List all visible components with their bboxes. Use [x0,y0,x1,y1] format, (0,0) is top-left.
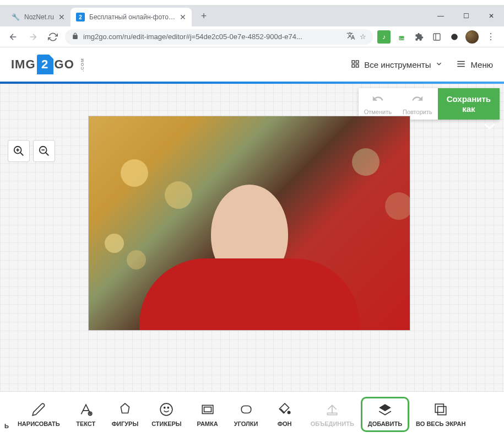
extension-icon[interactable] [448,30,461,44]
menu-label: Меню [470,60,493,69]
frame-icon [200,402,215,417]
text-icon [79,402,93,417]
layers-icon [378,402,392,417]
zoom-out-button[interactable] [33,140,55,162]
corners-icon [239,402,253,417]
svg-rect-5 [352,61,355,63]
tool-label: ФИГУРЫ [112,420,138,427]
chevron-down-icon [435,60,443,69]
tool-corners[interactable]: УГОЛКИ [227,397,265,431]
address-bar[interactable]: img2go.com/ru/edit-image/editor#j=54de2c… [65,29,373,45]
tool-shapes[interactable]: ФИГУРЫ [105,397,145,431]
app-header: IMG 2 GO .COM Все инструменты Меню [0,47,504,82]
tool-stickers[interactable]: СТИКЕРЫ [145,397,188,431]
merge-icon [325,402,339,417]
browser-tab[interactable]: 🔧 NozNet.ru ✕ [6,8,71,26]
svg-rect-7 [352,64,355,67]
all-tools-button[interactable]: Все инструменты [351,60,443,70]
svg-rect-32 [436,404,444,412]
tool-draw[interactable]: НАРИСОВАТЬ [11,397,67,431]
new-tab-button[interactable]: + [196,8,212,24]
tool-label: ФОН [278,420,292,427]
tool-fullscreen[interactable]: ВО ВЕСЬ ЭКРАН [409,397,472,431]
browser-tabs-row: 🔧 NozNet.ru ✕ 2 Бесплатный онлайн-фоторе… [0,6,504,26]
star-icon[interactable]: ☆ [360,33,366,41]
save-label-line2: как [462,104,475,114]
svg-point-29 [288,411,290,413]
close-icon[interactable]: ✕ [58,13,65,21]
svg-rect-33 [438,407,446,415]
smiley-icon [159,402,174,417]
all-tools-label: Все инструменты [364,60,431,69]
tool-frame[interactable]: РАМКА [188,397,227,431]
undo-button[interactable]: Отменить [359,88,397,120]
svg-line-17 [46,153,49,156]
app-logo[interactable]: IMG 2 GO .COM [11,55,89,74]
zoom-in-button[interactable] [8,140,30,162]
svg-marker-31 [379,404,391,411]
svg-rect-28 [241,406,251,413]
tool-background[interactable]: ФОН [265,397,304,431]
reload-button[interactable] [45,29,61,45]
svg-rect-27 [204,407,211,412]
close-icon[interactable]: ✕ [180,13,186,21]
grid-icon [351,60,360,70]
tool-add[interactable]: ДОБАВИТЬ [361,397,409,432]
extension-icon[interactable]: ♪ [377,30,391,44]
profile-avatar[interactable] [465,30,479,44]
lock-icon [72,33,79,41]
save-as-button[interactable]: Сохранить как [438,88,500,120]
tool-label: ТЕКСТ [76,420,95,427]
svg-text:1m: 1m [399,36,404,40]
tab-favicon-icon: 🔧 [11,13,20,21]
svg-line-13 [20,153,24,156]
canvas-image[interactable] [88,116,410,331]
translate-icon[interactable] [346,31,355,42]
svg-point-25 [168,407,169,408]
redo-label: Повторить [403,109,432,115]
redo-icon [411,93,424,107]
tool-merge[interactable]: ОБЪЕДИНИТЬ [304,397,361,431]
extension-icon[interactable]: 1m [395,30,408,44]
paint-bucket-icon [278,402,292,417]
tab-title: Бесплатный онлайн-фоторедак [89,13,175,21]
back-button[interactable] [6,29,21,45]
redo-button[interactable]: Повторить [397,88,438,120]
maximize-button[interactable]: ☐ [453,7,479,25]
tool-label: ДОБАВИТЬ [368,420,402,427]
svg-point-4 [451,34,458,40]
minimize-button[interactable]: — [428,7,453,25]
logo-text: IMG [11,57,36,72]
browser-tab-active[interactable]: 2 Бесплатный онлайн-фоторедак ✕ [71,8,192,26]
reading-list-icon[interactable] [430,30,443,44]
tool-label: РАМКА [197,420,218,427]
zoom-controls [8,140,55,162]
browser-address-row: img2go.com/ru/edit-image/editor#j=54de2c… [0,26,504,47]
fullscreen-icon [433,402,448,417]
extensions-menu-icon[interactable] [413,30,426,44]
editor-top-toolbar: Отменить Повторить Сохранить как [359,88,500,120]
menu-button[interactable]: Меню [456,59,493,71]
browser-menu-button[interactable]: ⋮ [483,29,498,45]
tab-favicon-icon: 2 [76,13,85,21]
forward-button[interactable] [25,29,41,45]
logo-text: GO [55,57,74,72]
logo-badge: 2 [37,55,53,74]
tool-label: ВО ВЕСЬ ЭКРАН [416,420,465,427]
save-label-line1: Сохранить [447,94,491,104]
tool-label: УГОЛКИ [234,420,258,427]
svg-rect-30 [328,413,337,415]
tool-label: НАРИСОВАТЬ [18,420,60,427]
close-window-button[interactable]: ✕ [479,7,504,25]
editor-canvas-area: Отменить Повторить Сохранить как [0,84,504,391]
expand-chevron-icon[interactable] [483,121,496,133]
image-content [139,258,360,330]
window-titlebar [0,0,504,6]
undo-icon [372,93,384,107]
tab-title: NozNet.ru [24,13,54,21]
window-controls: — ☐ ✕ [428,7,504,25]
tool-text[interactable]: ТЕКСТ [67,397,105,431]
logo-suffix: .COM [80,58,85,72]
svg-rect-6 [356,61,359,63]
svg-rect-2 [433,34,440,40]
